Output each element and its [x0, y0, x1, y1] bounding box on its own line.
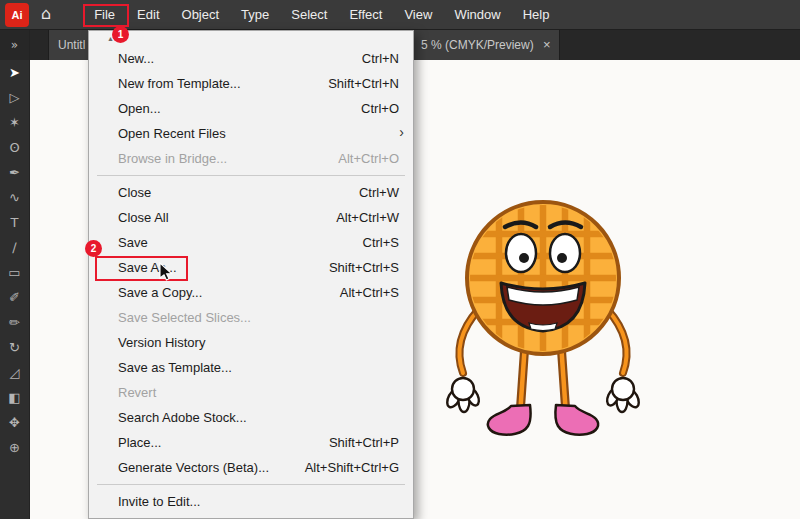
file-menu-item-save-a-copy[interactable]: Save a Copy...Alt+Ctrl+S — [89, 280, 413, 305]
file-menu-item-version-history[interactable]: Version History — [89, 330, 413, 355]
file-menu-item-browse-in-bridge: Browse in Bridge...Alt+Ctrl+O — [89, 146, 413, 171]
file-menu-item-invite-to-edit[interactable]: Invite to Edit... — [89, 489, 413, 514]
file-menu-item-close-all[interactable]: Close AllAlt+Ctrl+W — [89, 205, 413, 230]
file-menu-item-open[interactable]: Open...Ctrl+O — [89, 96, 413, 121]
menu-item-label: Browse in Bridge... — [118, 151, 326, 166]
file-menu-item-open-recent-files[interactable]: Open Recent Files› — [89, 121, 413, 146]
menubar-item-effect[interactable]: Effect — [338, 0, 393, 29]
document-tab-title-left: Untitl — [58, 38, 85, 52]
menu-item-label: Save as Template... — [118, 360, 399, 375]
paintbrush-tool-icon[interactable]: ✐ — [0, 285, 29, 310]
document-tab-title-right: 5 % (CMYK/Preview) — [421, 38, 534, 52]
file-menu-item-revert: Revert — [89, 380, 413, 405]
menu-item-label: Version History — [118, 335, 399, 350]
hand-tool-icon[interactable]: ✥ — [0, 410, 29, 435]
tool-list: ➤▷✶ʘ✒∿T∕▭✐✏↻◿◧✥⊕ — [0, 60, 29, 460]
menubar-item-edit[interactable]: Edit — [126, 0, 170, 29]
annotation-box-save-as — [95, 256, 188, 281]
file-menu-item-close[interactable]: CloseCtrl+W — [89, 180, 413, 205]
menu-item-shortcut: Shift+Ctrl+P — [329, 435, 399, 450]
menu-item-label: Search Adobe Stock... — [118, 410, 399, 425]
menu-scroll-up: ▲ — [89, 31, 413, 46]
zoom-tool-icon[interactable]: ⊕ — [0, 435, 29, 460]
file-menu-item-generate-vectors-beta[interactable]: Generate Vectors (Beta)...Alt+Shift+Ctrl… — [89, 455, 413, 480]
tools-expand-button[interactable]: » — [0, 30, 29, 60]
menu-item-shortcut: Ctrl+W — [359, 185, 399, 200]
waffle-character-artwork[interactable] — [433, 193, 658, 453]
menu-item-label: Open Recent Files — [118, 126, 399, 141]
menu-item-label: Save — [118, 235, 351, 250]
menu-item-label: Revert — [118, 385, 399, 400]
double-chevron-icon: » — [11, 38, 18, 52]
menu-item-shortcut: Ctrl+O — [361, 101, 399, 116]
file-menu-item-place[interactable]: Place...Shift+Ctrl+P — [89, 430, 413, 455]
menu-item-shortcut: Alt+Ctrl+O — [338, 151, 399, 166]
menu-item-label: New from Template... — [118, 76, 316, 91]
menu-item-label: Open... — [118, 101, 349, 116]
menu-item-shortcut: Alt+Ctrl+W — [336, 210, 399, 225]
menu-item-shortcut: Ctrl+S — [363, 235, 399, 250]
menu-item-shortcut: Shift+Ctrl+S — [329, 260, 399, 275]
menu-item-label: Close — [118, 185, 347, 200]
scale-tool-icon[interactable]: ◿ — [0, 360, 29, 385]
pen-tool-icon[interactable]: ✒ — [0, 160, 29, 185]
file-menu-items: New...Ctrl+NNew from Template...Shift+Ct… — [89, 46, 413, 519]
annotation-badge-2: 2 — [85, 240, 102, 257]
menu-item-shortcut: Ctrl+N — [362, 51, 399, 66]
menubar-item-window[interactable]: Window — [443, 0, 511, 29]
direct-selection-tool-icon[interactable]: ▷ — [0, 85, 29, 110]
menubar-item-object[interactable]: Object — [171, 0, 231, 29]
line-segment-tool-icon[interactable]: ∕ — [0, 235, 29, 260]
tab-close-icon[interactable]: × — [543, 37, 551, 52]
curvature-tool-icon[interactable]: ∿ — [0, 185, 29, 210]
file-menu-item-search-adobe-stock[interactable]: Search Adobe Stock... — [89, 405, 413, 430]
menu-item-label: Save Selected Slices... — [118, 310, 399, 325]
menu-item-label: Place... — [118, 435, 317, 450]
menu-item-label: Close All — [118, 210, 324, 225]
file-menu-item-new-from-template[interactable]: New from Template...Shift+Ctrl+N — [89, 71, 413, 96]
home-glyph: ⌂ — [41, 4, 51, 23]
file-menu-item-share-for-review[interactable]: Share for Review... — [89, 514, 413, 519]
menubar-item-type[interactable]: Type — [230, 0, 280, 29]
file-menu-item-new[interactable]: New...Ctrl+N — [89, 46, 413, 71]
rotate-tool-icon[interactable]: ↻ — [0, 335, 29, 360]
file-menu-item-save[interactable]: SaveCtrl+S — [89, 230, 413, 255]
magic-wand-tool-icon[interactable]: ✶ — [0, 110, 29, 135]
menu-item-label: Invite to Edit... — [118, 494, 399, 509]
menu-item-label: Save a Copy... — [118, 285, 328, 300]
menubar-item-view[interactable]: View — [393, 0, 443, 29]
gradient-tool-icon[interactable]: ◧ — [0, 385, 29, 410]
file-menu-item-save-as-template[interactable]: Save as Template... — [89, 355, 413, 380]
rectangle-tool-icon[interactable]: ▭ — [0, 260, 29, 285]
menubar-items: FileEditObjectTypeSelectEffectViewWindow… — [83, 0, 560, 29]
annotation-badge-1: 1 — [112, 26, 129, 43]
menu-separator — [89, 480, 413, 489]
home-icon[interactable]: ⌂ — [41, 4, 51, 23]
submenu-arrow-icon: › — [399, 124, 404, 140]
selection-tool-icon[interactable]: ➤ — [0, 60, 29, 85]
menu-item-shortcut: Alt+Shift+Ctrl+G — [305, 460, 399, 475]
menu-item-label: New... — [118, 51, 350, 66]
logo-text: Ai — [12, 9, 23, 21]
pencil-tool-icon[interactable]: ✏ — [0, 310, 29, 335]
lasso-tool-icon[interactable]: ʘ — [0, 135, 29, 160]
menu-item-label: Generate Vectors (Beta)... — [118, 460, 293, 475]
file-menu-item-save-selected-slices: Save Selected Slices... — [89, 305, 413, 330]
menu-item-shortcut: Shift+Ctrl+N — [328, 76, 399, 91]
illustrator-logo-icon[interactable]: Ai — [5, 3, 29, 27]
type-tool-icon[interactable]: T — [0, 210, 29, 235]
menubar-item-help[interactable]: Help — [512, 0, 561, 29]
annotation-box-file — [83, 4, 129, 27]
menubar-item-select[interactable]: Select — [280, 0, 338, 29]
mouse-cursor-icon — [159, 262, 173, 282]
menu-item-shortcut: Alt+Ctrl+S — [340, 285, 399, 300]
menu-separator — [89, 171, 413, 180]
illustrator-window: Ai ⌂ FileEditObjectTypeSelectEffectViewW… — [0, 0, 800, 519]
tools-panel: » ➤▷✶ʘ✒∿T∕▭✐✏↻◿◧✥⊕ — [0, 30, 30, 519]
